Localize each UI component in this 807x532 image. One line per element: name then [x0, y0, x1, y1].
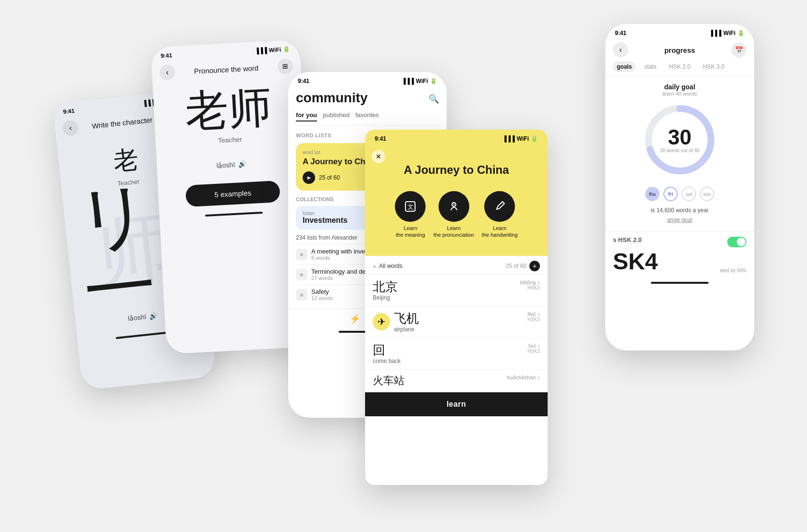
status-icons-journey: ▐▐▐ WiFi 🔋	[502, 135, 538, 142]
play-button[interactable]: ▶	[303, 171, 315, 184]
time-write: 9:41	[63, 108, 75, 115]
journey-header: ✕ A Journey to China 文 Learnthe meaning	[365, 144, 548, 256]
words-filter[interactable]: ⬦ All words	[373, 263, 403, 269]
donut-container: 30 30 words out of 40	[641, 101, 718, 178]
words-count: 25 of 60	[506, 263, 526, 269]
learn-handwriting-icon	[484, 191, 515, 222]
calendar-button-progress[interactable]: 📅	[731, 42, 746, 58]
phone-journey: 9:41 ▐▐▐ WiFi 🔋 ✕ A Journey to China 文 L…	[365, 130, 548, 485]
community-title: community	[296, 90, 367, 106]
learn-meaning-label: Learnthe meaning	[396, 225, 425, 239]
status-bar-community: 9:41 ▐▐▐ WiFi 🔋	[288, 72, 447, 86]
learn-pronunciation-item[interactable]: 文 Learnthe pronunciation	[433, 191, 474, 239]
list-icon-2: ≡	[296, 269, 307, 280]
progress-tabs: goals stats HSK 2.0 HSK 3.0	[605, 61, 754, 76]
progress-title: progress	[632, 46, 727, 54]
status-icons-community: ▐▐▐ WiFi 🔋	[402, 78, 437, 85]
status-icons-pronounce: ▐▐▐ WiFi 🔋	[255, 46, 290, 54]
hsk-section: s HSK 2.0 SK4 eted by 50%	[605, 231, 754, 278]
char-sub-pronounce: Teacher	[218, 135, 242, 145]
word-english-comeback: come back	[373, 358, 401, 364]
word-row-comeback[interactable]: 回 come back huí ♪ HSK3	[365, 338, 548, 369]
tab-hsk2[interactable]: HSK 2.0	[665, 61, 695, 72]
close-button-journey[interactable]: ✕	[372, 150, 385, 163]
status-icons-progress: ▐▐▐ WiFi 🔋	[709, 30, 745, 36]
add-word-button[interactable]: +	[529, 261, 540, 271]
word-hsk-airplane: HSK3	[527, 317, 540, 322]
time-pronounce: 9:41	[160, 52, 172, 59]
tab-stats[interactable]: stats	[640, 61, 660, 72]
word-pinyin-airplane: fēijī ♪	[527, 311, 540, 317]
word-list-progress: 25 of 60	[319, 174, 340, 181]
daily-goal-title: daily goal	[605, 83, 754, 91]
tab-hsk3[interactable]: HSK 3.0	[699, 61, 728, 72]
nav-title-write: Write the character	[92, 115, 153, 130]
word-pinyin-station: huǒchēzhàn ♪	[507, 375, 540, 381]
learn-meaning-icon: 文	[395, 191, 426, 222]
journey-title: A Journey to China	[373, 163, 540, 177]
journey-words-section: ⬦ All words 25 of 60 + 北京 Beijing běijīn…	[365, 256, 548, 392]
word-chinese-beijing: 北京	[373, 279, 398, 294]
hsk4-sub: eted by 50%	[720, 268, 746, 273]
tab-for-you[interactable]: for you	[296, 111, 317, 121]
tab-goals[interactable]: goals	[613, 61, 636, 72]
status-bar-journey: 9:41 ▐▐▐ WiFi 🔋	[365, 130, 548, 144]
hsk-toggle-row: s HSK 2.0	[613, 236, 746, 247]
svg-text:文: 文	[407, 203, 414, 210]
pinyin-row-pronounce: lǎoshī 🔊	[216, 160, 246, 169]
filter-icon: ⬦	[373, 263, 376, 269]
learn-icons-row: 文 Learnthe meaning 文 Learnthe pronunciat…	[373, 183, 540, 246]
day-thu: thu	[645, 187, 660, 201]
tab-favorites[interactable]: favorites	[355, 111, 379, 121]
home-indicator-pronounce	[205, 212, 263, 217]
learn-pronunciation-icon: 文	[439, 191, 469, 222]
back-button-write[interactable]: ‹	[62, 120, 79, 136]
word-row-station[interactable]: 火车站 huǒchēzhàn ♪	[365, 369, 548, 392]
pronounce-content: 老师 Teacher lǎoshī 🔊 5 examples	[153, 77, 308, 213]
word-hsk-comeback: HSK3	[527, 349, 540, 354]
back-button-progress[interactable]: ‹	[613, 42, 628, 58]
words-year: is 14,600 words a year	[605, 205, 754, 216]
hsk-toggle[interactable]	[727, 237, 746, 247]
char-display-write: 老	[112, 142, 140, 178]
layout-button-pronounce[interactable]: ⊞	[277, 58, 293, 74]
community-tabs: for you published favorites	[296, 111, 439, 126]
time-community: 9:41	[298, 78, 309, 85]
day-fri: fri	[663, 187, 678, 201]
word-chinese-station: 火车站	[373, 375, 404, 387]
word-pinyin-beijing: běijīng ♪	[520, 279, 540, 285]
word-chinese-airplane: 飞机	[394, 311, 419, 326]
words-count-row: 25 of 60 +	[506, 261, 540, 271]
tab-published[interactable]: published	[323, 111, 350, 121]
word-english-airplane: airplane	[394, 326, 419, 333]
svg-text:文: 文	[452, 202, 456, 206]
hsk4-row: SK4 eted by 50%	[613, 250, 746, 273]
back-button-pronounce[interactable]: ‹	[159, 64, 175, 81]
nav-icon-lightning[interactable]: ⚡	[350, 314, 360, 324]
word-row-airplane[interactable]: ✈ 飞机 airplane fēijī ♪ HSK3	[365, 306, 548, 338]
days-row: thu fri sat sun	[605, 183, 754, 205]
donut-sub: 30 words out of 40	[660, 148, 699, 153]
day-sat: sat	[682, 187, 696, 201]
list-icon-3: ≡	[296, 289, 307, 301]
daily-goal-card: daily goal learn 40 words 30 30 words ou…	[605, 76, 754, 231]
hsk4-text: SK4	[613, 250, 658, 273]
time-progress: 9:41	[615, 30, 626, 36]
learn-meaning-item[interactable]: 文 Learnthe meaning	[395, 191, 426, 239]
learn-button[interactable]: learn	[365, 392, 548, 416]
learn-handwriting-item[interactable]: Learnthe handwriting	[482, 191, 518, 239]
char-big-pronounce: 老师	[184, 84, 273, 135]
word-row-beijing[interactable]: 北京 Beijing běijīng ♪ HSK3	[365, 274, 548, 306]
home-indicator-progress	[651, 282, 709, 284]
change-goal-link[interactable]: ange goal	[605, 216, 754, 224]
examples-button[interactable]: 5 examples	[185, 181, 281, 207]
search-icon-community[interactable]: 🔍	[428, 94, 439, 104]
word-hsk-beijing: HSK3	[520, 285, 540, 290]
word-icon-airplane: ✈	[373, 313, 390, 330]
filter-label: All words	[379, 263, 403, 269]
donut-number: 30	[660, 127, 699, 148]
pinyin-pronounce: lǎoshī	[216, 161, 235, 169]
list-icon-1: ≡	[296, 249, 307, 260]
status-bar-progress: 9:41 ▐▐▐ WiFi 🔋	[605, 24, 754, 38]
sound-icon-pronounce[interactable]: 🔊	[238, 160, 246, 168]
